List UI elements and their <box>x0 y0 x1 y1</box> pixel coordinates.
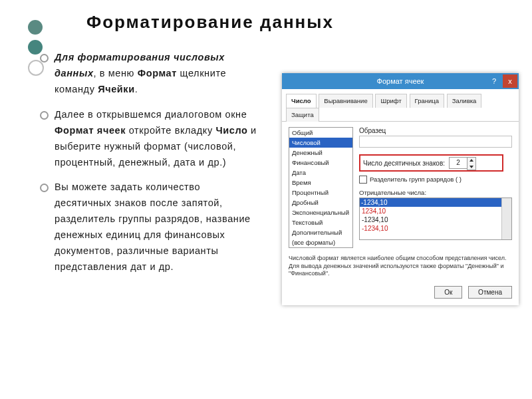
tab-alignment[interactable]: Выравнивание <box>319 94 372 108</box>
negative-numbers-list[interactable]: -1234,10 1234,10 -1234,10 -1234,10 <box>359 198 512 240</box>
tab-protection[interactable]: Защита <box>286 108 319 122</box>
text: Далее в открывшемся диалоговом окне <box>55 109 247 120</box>
category-item[interactable]: Финансовый <box>289 158 352 168</box>
text: Формат ячеек <box>55 125 126 136</box>
scrollbar[interactable] <box>501 198 511 239</box>
text: . <box>135 84 138 94</box>
sample-label: Образец <box>359 127 512 134</box>
list-item: Для форматирования числовых данных, в ме… <box>40 50 259 98</box>
dialog-buttons: Ок Отмена <box>282 281 519 305</box>
dialog-tabs: Число Выравнивание Шрифт Граница Заливка… <box>282 89 519 122</box>
cancel-button[interactable]: Отмена <box>468 286 512 299</box>
list-item: Вы можете задать количество десятичных з… <box>40 180 259 275</box>
page-title: Форматирование данных <box>86 12 334 33</box>
negative-numbers-label: Отрицательные числа: <box>359 189 512 196</box>
dialog-titlebar: Формат ячеек ? x <box>282 73 519 89</box>
decimal-places-label: Число десятичных знаков: <box>363 160 445 167</box>
category-item[interactable]: Дополнительный <box>289 227 352 237</box>
help-button[interactable]: ? <box>487 73 501 89</box>
decimal-places-value: 2 <box>456 159 460 166</box>
category-list[interactable]: Общий Числовой Денежный Финансовый Дата … <box>289 127 353 248</box>
text: Число <box>215 125 247 136</box>
sample-box <box>359 136 512 148</box>
category-item-selected[interactable]: Числовой <box>289 138 352 148</box>
dialog-title-text: Формат ячеек <box>377 77 424 85</box>
dot-icon <box>28 20 43 35</box>
text: откройте вкладку <box>126 125 215 136</box>
category-item[interactable]: Текстовый <box>289 217 352 227</box>
list-item: Далее в открывшемся диалоговом окне Форм… <box>40 107 259 171</box>
negative-option[interactable]: 1234,10 <box>362 207 509 215</box>
format-hint-text: Числовой формат является наиболее общим … <box>289 248 512 278</box>
tab-border[interactable]: Граница <box>410 94 444 108</box>
dialog-body: Общий Числовой Денежный Финансовый Дата … <box>282 122 519 281</box>
text: , в меню <box>94 68 138 78</box>
thousands-separator-row[interactable]: Разделитель групп разрядов ( ) <box>359 176 512 184</box>
format-cells-dialog: Формат ячеек ? x Число Выравнивание Шриф… <box>282 73 519 305</box>
thousands-separator-label: Разделитель групп разрядов ( ) <box>370 176 462 183</box>
negative-option[interactable]: -1234,10 <box>362 215 509 224</box>
negative-option-selected[interactable]: -1234,10 <box>360 198 511 207</box>
negative-option[interactable]: -1234,10 <box>362 224 509 233</box>
tab-number[interactable]: Число <box>286 94 317 108</box>
category-item[interactable]: Экспоненциальный <box>289 207 352 217</box>
text: Формат <box>138 68 177 78</box>
category-item[interactable]: Время <box>289 178 352 188</box>
text: Ячейки <box>98 84 135 94</box>
stepper-arrows-icon[interactable] <box>467 157 476 170</box>
ok-button[interactable]: Ок <box>434 286 462 299</box>
content-list: Для форматирования числовых данных, в ме… <box>40 50 259 285</box>
tab-font[interactable]: Шрифт <box>375 94 406 108</box>
text: Вы можете задать количество десятичных з… <box>55 182 251 272</box>
decimal-places-stepper[interactable]: 2 <box>449 157 467 169</box>
category-item[interactable]: Общий <box>289 128 352 138</box>
category-item[interactable]: Денежный <box>289 148 352 158</box>
options-pane: Образец Число десятичных знаков: 2 Разде… <box>359 127 512 240</box>
checkbox-icon[interactable] <box>359 176 367 184</box>
close-button[interactable]: x <box>503 74 517 88</box>
category-item[interactable]: Дробный <box>289 198 352 207</box>
category-item[interactable]: Процентный <box>289 188 352 198</box>
decimal-places-row: Число десятичных знаков: 2 <box>359 154 503 172</box>
category-item[interactable]: (все форматы) <box>289 237 352 247</box>
tab-fill[interactable]: Заливка <box>447 94 482 108</box>
category-item[interactable]: Дата <box>289 168 352 178</box>
